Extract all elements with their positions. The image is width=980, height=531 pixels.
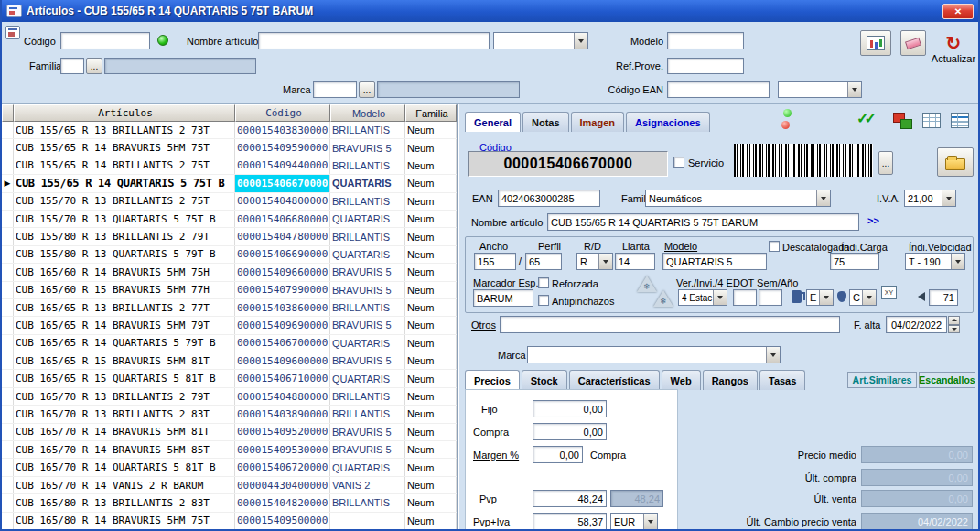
clear-button[interactable]: [900, 30, 926, 56]
marcador-input[interactable]: BARUM: [473, 289, 533, 307]
filter-modelo-input[interactable]: [667, 32, 744, 49]
detail-marca-combo[interactable]: [527, 346, 781, 363]
barcode-browse-button[interactable]: ...: [878, 151, 893, 175]
chevron-down-icon[interactable]: [942, 190, 955, 206]
detail-familia-combo[interactable]: Neumáticos: [645, 190, 831, 207]
velocidad-combo[interactable]: T - 190: [905, 253, 965, 270]
perfil-input[interactable]: 65: [525, 253, 562, 270]
modelo-spec-input[interactable]: QUARTARIS 5: [662, 253, 767, 270]
otros-input[interactable]: [500, 316, 840, 333]
falta-input[interactable]: 04/02/2022: [886, 316, 947, 333]
fijo-input[interactable]: 0,00: [533, 400, 607, 417]
filter-ean-combo[interactable]: [778, 81, 862, 98]
table-row[interactable]: CUB 165/70 R 14 QUARTARIS 5 81T B0000154…: [2, 459, 457, 476]
pvp-iva-input[interactable]: 58,37: [533, 513, 607, 530]
table-row[interactable]: CUB 165/70 R 14 BRAVURIS 5HM 85T00001540…: [2, 441, 457, 459]
filter-nombre-combo[interactable]: [493, 32, 588, 49]
table-row[interactable]: CUB 165/80 R 14 BRAVURIS 5HM 75T00001540…: [2, 513, 457, 530]
filter-ean-input[interactable]: [667, 81, 770, 98]
table-row[interactable]: CUB 165/65 R 14 QUARTARIS 5 79T B0000154…: [2, 335, 457, 352]
chevron-down-icon[interactable]: [643, 514, 657, 529]
chevron-down-icon[interactable]: [574, 33, 587, 49]
pvp-input[interactable]: 48,24: [533, 490, 607, 507]
expand-button[interactable]: >>: [867, 215, 879, 226]
table-row[interactable]: CUB 155/80 R 13 QUARTARIS 5 79T B0000154…: [2, 246, 457, 264]
filter-codigo-input[interactable]: [60, 32, 150, 49]
header-articulos[interactable]: Artículos: [14, 104, 235, 122]
table-row[interactable]: CUB 165/70 R 14 BRAVURIS 5HM 81T00001540…: [2, 424, 457, 441]
actualizar-button[interactable]: ↻ Actualizar: [928, 26, 979, 71]
tab-asignaciones[interactable]: Asignaciones: [626, 112, 710, 132]
table-row[interactable]: CUB 165/65 R 15 QUARTARIS 5 81T B0000154…: [2, 370, 457, 387]
tab-stock[interactable]: Stock: [522, 370, 567, 390]
filter-nombre-input[interactable]: [258, 32, 490, 49]
header-gutter[interactable]: [2, 104, 14, 122]
table-row[interactable]: CUB 165/80 R 13 BRILLANTIS 2 83T00001540…: [2, 494, 457, 512]
packages-icon[interactable]: [893, 112, 912, 129]
marca-browse-button[interactable]: ...: [359, 81, 375, 98]
chevron-down-icon[interactable]: [847, 82, 861, 97]
fuel-rating-combo[interactable]: E: [806, 289, 834, 306]
table-row[interactable]: CUB 155/80 R 13 BRILLANTIS 2 79T00001540…: [2, 228, 457, 245]
iva-combo[interactable]: 21,00: [904, 190, 956, 207]
table-row[interactable]: CUB 155/65 R 14 BRAVURIS 5HM 75T00001540…: [2, 139, 457, 157]
table-row[interactable]: CUB 165/60 R 14 BRAVURIS 5HM 75H00001540…: [2, 264, 457, 281]
art-similares-button[interactable]: Art.Similares: [847, 372, 917, 388]
table-row[interactable]: CUB 155/65 R 14 BRILLANTIS 2 75T00001540…: [2, 157, 457, 175]
filter-marca-input[interactable]: [313, 81, 357, 98]
llanta-input[interactable]: 14: [615, 253, 655, 270]
noise-input[interactable]: 71: [929, 289, 958, 306]
tab-imagen[interactable]: Imagen: [571, 112, 625, 132]
filter-familia-input[interactable]: [60, 58, 84, 74]
antipinchazos-checkbox[interactable]: [538, 295, 549, 306]
chevron-down-icon[interactable]: [819, 290, 833, 305]
ean-input[interactable]: 4024063000285: [498, 190, 600, 207]
chevron-down-icon[interactable]: [816, 190, 830, 206]
tab-rangos[interactable]: Rangos: [703, 370, 758, 390]
spinner-up-icon[interactable]: [948, 316, 960, 325]
ancho-input[interactable]: 155: [474, 253, 516, 270]
familia-browse-button[interactable]: ...: [86, 58, 102, 74]
descatalogada-checkbox[interactable]: [769, 241, 780, 252]
table-row[interactable]: CUB 165/60 R 15 BRAVURIS 5HM 77H00001540…: [2, 282, 457, 299]
table-row[interactable]: CUB 155/70 R 13 BRILLANTIS 2 75T00001540…: [2, 193, 457, 211]
tab-caracteristicas[interactable]: Características: [569, 370, 660, 390]
table-row[interactable]: CUB 165/65 R 15 BRAVURIS 5HM 81T00001540…: [2, 352, 457, 370]
tab-tasas[interactable]: Tasas: [759, 370, 805, 390]
chevron-down-icon[interactable]: [713, 290, 727, 305]
table-row[interactable]: CUB 165/70 R 13 BRILLANTIS 2 79T00001540…: [2, 388, 457, 406]
table-row[interactable]: CUB 165/65 R 13 BRILLANTIS 2 77T00001540…: [2, 299, 457, 317]
tab-precios[interactable]: Precios: [465, 370, 520, 390]
tab-notas[interactable]: Notas: [522, 112, 569, 132]
grid-form-icon[interactable]: [951, 113, 969, 128]
chevron-down-icon[interactable]: [598, 254, 612, 269]
ver-invi-combo[interactable]: 4 Estac: [678, 289, 727, 306]
close-button[interactable]: ✕: [942, 4, 974, 19]
chevron-down-icon[interactable]: [951, 254, 964, 269]
header-modelo[interactable]: Modelo: [330, 104, 405, 122]
dot-sem-input[interactable]: [733, 289, 757, 306]
chevron-down-icon[interactable]: [862, 290, 876, 305]
carga-input[interactable]: 75: [830, 253, 879, 270]
detail-nombre-input[interactable]: CUB 155/65 R 14 QUARTARIS 5 75T BARUM: [547, 213, 859, 231]
table-row[interactable]: CUB 155/70 R 13 QUARTARIS 5 75T B0000154…: [2, 211, 457, 228]
escandallos-button[interactable]: Escandallos: [919, 372, 975, 388]
rd-combo[interactable]: R: [576, 253, 613, 270]
reforzada-checkbox[interactable]: [538, 277, 549, 288]
falta-spinner[interactable]: [948, 316, 960, 333]
tab-web[interactable]: Web: [662, 370, 701, 390]
filter-refprove-input[interactable]: [667, 58, 744, 74]
servicio-checkbox[interactable]: [673, 157, 684, 168]
dot-ano-input[interactable]: [759, 289, 782, 306]
header-familia[interactable]: Familia: [405, 104, 457, 122]
chevron-down-icon[interactable]: [766, 347, 780, 363]
currency-combo[interactable]: EUR: [610, 513, 658, 530]
double-check-icon[interactable]: ✓✓: [856, 112, 872, 126]
margen-input[interactable]: 0,00: [533, 446, 583, 463]
wet-rating-combo[interactable]: C: [849, 289, 877, 306]
folder-button[interactable]: [937, 147, 974, 177]
table-row[interactable]: CUB 155/65 R 13 BRILLANTIS 2 73T00001540…: [2, 122, 457, 139]
table-row[interactable]: CUB 165/65 R 14 BRAVURIS 5HM 79T00001540…: [2, 317, 457, 334]
table-row[interactable]: CUB 165/70 R 14 VANIS 2 R BARUM000004430…: [2, 477, 457, 494]
compra-input[interactable]: 0,00: [533, 423, 607, 440]
